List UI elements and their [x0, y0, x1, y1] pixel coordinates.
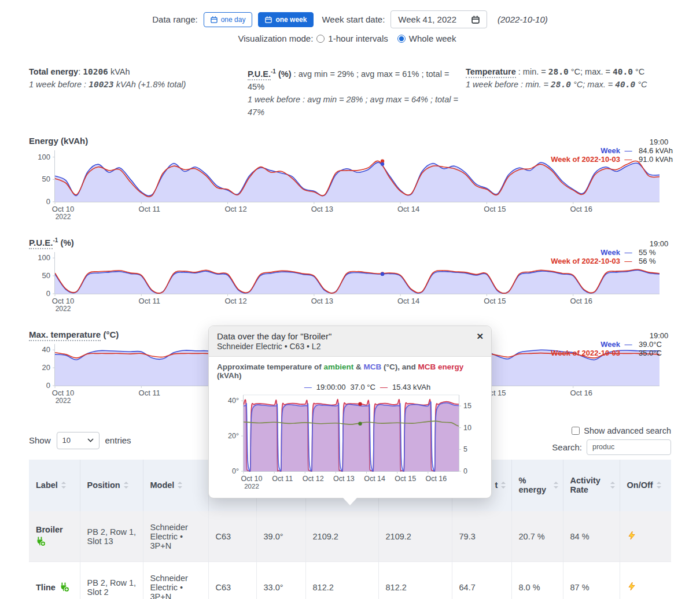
energy-chart-legend: 19:00 Week—84.6 kVAh Week of 2022-10-03—…: [551, 138, 681, 164]
chevron-down-icon: [87, 438, 94, 442]
svg-text:Oct 10: Oct 10: [52, 297, 74, 305]
svg-text:Oct 13: Oct 13: [311, 297, 333, 305]
temp-chart-legend: 19:00 Week—39.0°C Week of 2022-10-03—35.…: [551, 331, 681, 357]
popup-chart-plot[interactable]: 0°20°40°051015Oct 102022Oct 11Oct 12Oct …: [217, 391, 484, 491]
svg-text:Oct 10: Oct 10: [241, 475, 263, 483]
svg-text:Oct 15: Oct 15: [395, 475, 416, 483]
svg-text:50: 50: [42, 175, 50, 183]
column-header-pct-energy[interactable]: % energy: [511, 460, 563, 511]
svg-text:Oct 14: Oct 14: [364, 475, 385, 483]
sort-icon: [554, 482, 558, 489]
sort-icon: [610, 482, 615, 489]
svg-text:40°: 40°: [228, 397, 239, 405]
svg-text:Oct 11: Oct 11: [272, 475, 293, 483]
svg-text:Oct 11: Oct 11: [139, 389, 160, 397]
svg-text:2022: 2022: [56, 305, 71, 313]
svg-text:Oct 14: Oct 14: [397, 297, 419, 305]
sort-icon: [124, 482, 128, 489]
svg-text:15: 15: [463, 402, 471, 410]
svg-text:Oct 13: Oct 13: [311, 205, 333, 213]
viz-mode-label: Visualization mode:: [238, 34, 314, 43]
svg-text:Oct 10: Oct 10: [52, 205, 74, 213]
device-detail-popup: Data over the day for "Broiler" Schneide…: [208, 326, 492, 498]
one-week-button[interactable]: one week: [258, 12, 314, 27]
svg-text:Oct 11: Oct 11: [139, 205, 160, 213]
lightning-icon[interactable]: [627, 583, 636, 593]
svg-text:0: 0: [46, 289, 50, 298]
svg-text:100: 100: [38, 153, 50, 161]
svg-text:10: 10: [463, 424, 471, 432]
week-date-hint: (2022-10-10): [498, 14, 548, 24]
sort-icon: [178, 482, 182, 489]
svg-text:Oct 14: Oct 14: [397, 205, 419, 213]
popup-chart-title: Approximate temperature of ambient & MCB…: [217, 363, 483, 380]
svg-text:Oct 11: Oct 11: [139, 297, 160, 305]
week-start-label: Week start date:: [322, 14, 385, 24]
sort-icon: [657, 482, 661, 489]
svg-text:Oct 16: Oct 16: [570, 205, 592, 213]
svg-text:0: 0: [463, 467, 467, 475]
sort-icon: [501, 482, 506, 489]
table-row[interactable]: Broiler PB 2, Row 1, Slot 13 Schneider E…: [29, 511, 671, 562]
sort-icon: [61, 482, 66, 489]
calendar-icon: [471, 16, 480, 24]
pue-chart-block: P.U.E.-1 (%) 19:00 Week—55 % Week of 202…: [23, 237, 700, 325]
svg-text:Oct 15: Oct 15: [484, 205, 506, 213]
svg-text:0: 0: [46, 197, 50, 206]
lightning-icon[interactable]: [627, 533, 636, 542]
svg-text:2022: 2022: [244, 483, 259, 490]
svg-text:Oct 15: Oct 15: [484, 297, 506, 305]
svg-text:100: 100: [38, 253, 50, 262]
search-label: Search:: [552, 442, 582, 452]
svg-text:2022: 2022: [56, 213, 71, 221]
svg-text:Oct 10: Oct 10: [52, 389, 74, 397]
advanced-search-checkbox[interactable]: [572, 427, 580, 435]
stat-temperature: Temperature : min. = 28.0 °C; max. = 40.…: [466, 65, 671, 119]
mode-hourly-label: 1-hour intervals: [328, 34, 388, 43]
svg-text:Oct 13: Oct 13: [333, 475, 355, 483]
search-input[interactable]: [587, 439, 671, 455]
column-header-onoff[interactable]: On/Off: [620, 460, 671, 511]
top-controls: Data range: one day one week Week start …: [0, 0, 700, 43]
svg-text:50: 50: [42, 271, 50, 280]
mode-week-label: Whole week: [409, 34, 456, 43]
svg-text:Oct 16: Oct 16: [570, 389, 592, 397]
advanced-search-label: Show advanced search: [584, 426, 671, 435]
column-header-activity-rate[interactable]: Activity Rate: [563, 460, 620, 511]
table-row[interactable]: Tline PB 2, Row 1, Slot 2 Schneider Elec…: [29, 562, 671, 599]
stat-pue: P.U.E.-1 (%) : avg min = 29% ; avg max =…: [248, 65, 466, 119]
column-header-model[interactable]: Model: [143, 460, 208, 511]
plug-circle-plus-icon: [60, 582, 69, 592]
stat-total-energy: Total energy: 10206 kVAh 1 week before :…: [29, 65, 248, 119]
close-icon[interactable]: ✕: [476, 332, 484, 341]
show-label: Show: [29, 435, 51, 445]
popup-subtitle: Schneider Electric • C63 • L2: [217, 342, 468, 351]
mode-hourly-radio[interactable]: [316, 35, 325, 43]
calendar-icon: [211, 16, 218, 23]
svg-text:0°: 0°: [232, 467, 239, 475]
svg-text:Oct 12: Oct 12: [303, 475, 324, 483]
column-header-position[interactable]: Position: [80, 460, 143, 511]
svg-text:Oct 12: Oct 12: [224, 205, 246, 213]
plug-circle-plus-icon: [36, 537, 46, 546]
popup-title: Data over the day for "Broiler": [217, 331, 468, 341]
calendar-icon: [265, 16, 272, 23]
svg-text:2022: 2022: [56, 397, 71, 405]
summary-stats: Total energy: 10206 kVAh 1 week before :…: [29, 65, 671, 119]
pue-chart-legend: 19:00 Week—55 % Week of 2022-10-03—56 %: [551, 239, 681, 265]
popup-chart-legend: —19:00:0037.0 °C—15.43 kVAh: [217, 383, 483, 391]
svg-text:40: 40: [42, 345, 50, 354]
page-size-select[interactable]: 10: [57, 432, 100, 449]
svg-text:5: 5: [463, 445, 467, 453]
svg-text:20°: 20°: [228, 432, 239, 440]
mode-week-radio[interactable]: [397, 35, 406, 43]
energy-chart-block: Energy (kVAh) 19:00 Week—84.6 kVAh Week …: [23, 136, 700, 234]
svg-text:Oct 12: Oct 12: [224, 297, 246, 305]
entries-label: entries: [105, 435, 131, 445]
svg-text:Oct 16: Oct 16: [570, 297, 592, 305]
week-date-input[interactable]: Week 41, 2022: [390, 10, 487, 28]
column-header-label[interactable]: Label: [29, 460, 80, 511]
svg-text:0: 0: [46, 381, 50, 390]
svg-text:Oct 16: Oct 16: [425, 475, 447, 483]
one-day-button[interactable]: one day: [204, 12, 253, 27]
